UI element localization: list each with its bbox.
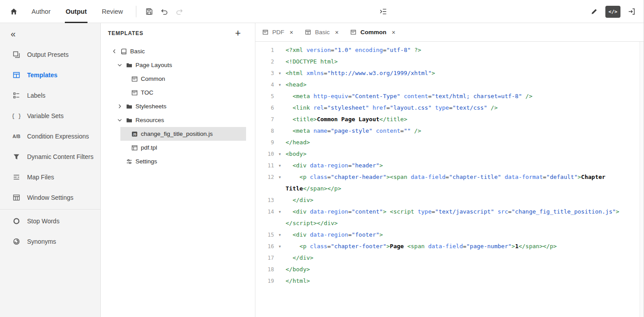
code-text[interactable]: <meta name="page-style" content="" /> bbox=[286, 125, 639, 137]
code-line-2: 2<!DOCTYPE html> bbox=[255, 56, 644, 67]
code-line-6: 6 <link rel="stylesheet" href="layout.cs… bbox=[255, 102, 644, 114]
code-text[interactable]: </head> bbox=[286, 137, 639, 148]
code-text[interactable]: <title>Common Page Layout</title> bbox=[286, 114, 639, 125]
fold-arrow-icon[interactable]: ▾ bbox=[276, 206, 284, 218]
tree-item-resources[interactable]: Resources bbox=[101, 113, 255, 127]
tree-item-label: change_fig_title_position.js bbox=[141, 131, 213, 137]
sidebar-item-dynamic-content-filters[interactable]: Dynamic Content Filters bbox=[0, 147, 100, 167]
code-text[interactable]: <link rel="stylesheet" href="layout.css"… bbox=[286, 102, 639, 114]
tree-item-common[interactable]: Common bbox=[101, 72, 255, 86]
code-text[interactable]: <!DOCTYPE html> bbox=[286, 56, 639, 67]
tree-item-pdf-tpl[interactable]: pdf.tpl bbox=[101, 141, 255, 155]
nav-tab-author[interactable]: Author bbox=[24, 0, 58, 23]
close-tab-icon[interactable]: × bbox=[290, 29, 293, 36]
code-text[interactable]: </html> bbox=[286, 275, 639, 287]
chevron-down-icon[interactable] bbox=[116, 62, 126, 69]
sidebar-divider bbox=[0, 209, 100, 210]
tree-item-change-fig-title-position-js[interactable]: JSchange_fig_title_position.js bbox=[101, 127, 255, 141]
line-number: 1 bbox=[255, 44, 276, 56]
tab-pdf[interactable]: PDF× bbox=[262, 29, 293, 36]
line-number: 9 bbox=[255, 137, 276, 148]
folder-icon bbox=[126, 103, 135, 110]
sidebar-item-labels[interactable]: Labels bbox=[0, 85, 100, 106]
condition-expressions-icon: A/B bbox=[12, 132, 20, 140]
fold-arrow-icon[interactable]: ▾ bbox=[276, 148, 284, 160]
tab-common[interactable]: Common× bbox=[350, 29, 395, 36]
code-line-8: 8 <meta name="page-style" content="" /> bbox=[255, 125, 644, 137]
fold-arrow-icon[interactable]: ▾ bbox=[276, 160, 284, 171]
chevron-down-icon[interactable] bbox=[116, 117, 126, 124]
code-text[interactable]: </div> bbox=[286, 252, 639, 264]
undo-icon[interactable] bbox=[157, 4, 172, 19]
sidebar-item-condition-expressions[interactable]: A/BCondition Expressions bbox=[0, 126, 100, 147]
code-text[interactable]: <body> bbox=[286, 148, 639, 160]
line-number: 6 bbox=[255, 102, 276, 114]
tree-item-page-layouts[interactable]: Page Layouts bbox=[101, 58, 255, 72]
sidebar-item-synonyms[interactable]: Synonyms bbox=[0, 231, 100, 252]
code-text[interactable]: </div> bbox=[286, 194, 639, 206]
close-tab-icon[interactable]: × bbox=[392, 29, 395, 36]
add-template-icon[interactable]: + bbox=[235, 28, 241, 38]
code-text[interactable]: <?xml version="1.0" encoding="utf-8" ?> bbox=[286, 44, 639, 56]
chevron-right-icon[interactable] bbox=[116, 103, 126, 110]
home-icon[interactable] bbox=[6, 4, 21, 19]
edit-pencil-icon[interactable] bbox=[587, 4, 602, 19]
save-icon[interactable] bbox=[142, 4, 157, 19]
line-number: 16 bbox=[255, 241, 276, 252]
tree-item-settings[interactable]: Settings bbox=[101, 155, 255, 168]
quick-generate-icon[interactable] bbox=[376, 4, 391, 19]
fold-arrow-icon[interactable]: ▾ bbox=[276, 67, 284, 79]
synonyms-icon bbox=[12, 238, 20, 246]
svg-text:A/B: A/B bbox=[12, 134, 20, 139]
tree-item-toc[interactable]: TOC bbox=[101, 86, 255, 99]
code-line-16: 16▾ <p class="chapter-footer">Page <span… bbox=[255, 241, 644, 252]
sidebar-item-templates[interactable]: Templates bbox=[0, 65, 100, 85]
line-number: 5 bbox=[255, 91, 276, 102]
sidebar-item-label: Synonyms bbox=[27, 238, 56, 245]
code-text[interactable]: <div data-region="footer"> bbox=[286, 229, 639, 241]
layout-tab-icon bbox=[262, 29, 269, 36]
exit-icon[interactable] bbox=[624, 4, 639, 19]
code-text[interactable]: <p class="chapter-footer">Page <span dat… bbox=[286, 241, 639, 252]
sidebar-item-stop-words[interactable]: Stop Words bbox=[0, 211, 100, 231]
templates-tree: BasicPage LayoutsCommonTOCStylesheetsRes… bbox=[101, 44, 255, 168]
sidebar-item-output-presets[interactable]: Output Presets bbox=[0, 44, 100, 65]
code-line-4: 4▾<head> bbox=[255, 79, 644, 91]
sidebar-item-label: Stop Words bbox=[27, 218, 60, 225]
code-text[interactable]: </body> bbox=[286, 264, 639, 275]
fold-arrow-icon[interactable]: ▾ bbox=[276, 79, 284, 91]
top-toolbar: AuthorOutputReview </> bbox=[0, 0, 644, 23]
line-number: 18 bbox=[255, 264, 276, 275]
fold-arrow-icon[interactable]: ▾ bbox=[276, 241, 284, 252]
collapse-sidebar-icon[interactable]: « bbox=[0, 23, 27, 44]
sidebar-item-window-settings[interactable]: Window Settings bbox=[0, 187, 100, 208]
tab-label: Common bbox=[360, 29, 386, 36]
nav-tab-review[interactable]: Review bbox=[94, 0, 131, 23]
code-text[interactable]: <div data-region="content"> <script type… bbox=[286, 206, 639, 229]
tree-item-basic[interactable]: Basic bbox=[101, 44, 255, 58]
sidebar-item-variable-sets[interactable]: { }Variable Sets bbox=[0, 106, 100, 126]
fold-arrow-icon[interactable]: ▾ bbox=[276, 229, 284, 241]
redo-icon[interactable] bbox=[172, 4, 187, 19]
tree-item-label: Stylesheets bbox=[135, 103, 167, 110]
sidebar-item-label: Variable Sets bbox=[27, 112, 64, 119]
code-text[interactable]: <meta http-equiv="Content-Type" content=… bbox=[286, 91, 639, 102]
editor-scrollbar[interactable] bbox=[640, 42, 644, 317]
code-text[interactable]: <div data-region="header"> bbox=[286, 160, 639, 171]
chevron-left-icon[interactable] bbox=[111, 48, 120, 55]
code-line-19: 19</html> bbox=[255, 275, 644, 287]
line-number: 15 bbox=[255, 229, 276, 241]
code-text[interactable]: <head> bbox=[286, 79, 639, 91]
code-text[interactable]: <p class="chapter-header"><span data-fie… bbox=[286, 171, 639, 194]
close-tab-icon[interactable]: × bbox=[335, 29, 338, 36]
code-text[interactable]: <html xmlns="http://www.w3.org/1999/xhtm… bbox=[286, 67, 639, 79]
sidebar-item-map-files[interactable]: Map Files bbox=[0, 167, 100, 187]
fold-arrow-icon[interactable]: ▾ bbox=[276, 171, 284, 183]
tab-basic[interactable]: Basic× bbox=[305, 29, 338, 36]
templates-panel-header: TEMPLATES + bbox=[101, 23, 255, 44]
code-view-button[interactable]: </> bbox=[605, 6, 620, 18]
tree-item-stylesheets[interactable]: Stylesheets bbox=[101, 99, 255, 113]
nav-tab-output[interactable]: Output bbox=[58, 0, 95, 23]
line-number: 17 bbox=[255, 252, 276, 264]
code-line-3: 3▾<html xmlns="http://www.w3.org/1999/xh… bbox=[255, 67, 644, 79]
